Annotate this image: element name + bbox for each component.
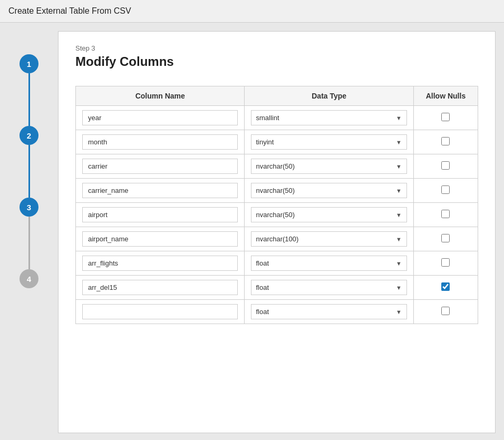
step-connector-3-4	[28, 217, 30, 269]
table-row: smallinttinyintintbigintfloatrealdecimal…	[76, 179, 478, 203]
content-area: Step 3 Modify Columns Column Name Data T…	[58, 31, 496, 433]
step-item-3: 3	[20, 198, 38, 217]
columns-table: Column Name Data Type Allow Nulls smalli…	[75, 86, 478, 324]
data-type-select[interactable]: smallinttinyintintbigintfloatrealdecimal…	[251, 231, 406, 247]
table-row: smallinttinyintintbigintfloatrealdecimal…	[76, 203, 478, 227]
data-type-select[interactable]: smallinttinyintintbigintfloatrealdecimal…	[251, 256, 406, 271]
step-item-2: 2	[20, 126, 38, 145]
data-type-select[interactable]: smallinttinyintintbigintfloatrealdecimal…	[251, 304, 406, 319]
data-type-select[interactable]: smallinttinyintintbigintfloatrealdecimal…	[251, 183, 406, 198]
header-column-name: Column Name	[76, 86, 245, 106]
header-data-type: Data Type	[245, 86, 413, 106]
table-row: smallinttinyintintbigintfloatrealdecimal…	[76, 276, 478, 300]
allow-nulls-checkbox[interactable]	[441, 161, 450, 170]
allow-nulls-checkbox[interactable]	[441, 185, 450, 194]
step-label: Step 3	[75, 44, 478, 52]
table-row: smallinttinyintintbigintfloatrealdecimal…	[76, 227, 478, 251]
table-row: smallinttinyintintbigintfloatrealdecimal…	[76, 106, 478, 130]
step-item-4: 4	[20, 269, 38, 288]
step-circle-1[interactable]: 1	[20, 54, 38, 73]
data-type-select[interactable]: smallinttinyintintbigintfloatrealdecimal…	[251, 280, 406, 295]
step-circle-2[interactable]: 2	[20, 126, 38, 145]
column-name-input[interactable]	[82, 159, 238, 174]
column-name-input[interactable]	[82, 280, 238, 295]
title-text: Create External Table From CSV	[8, 6, 131, 15]
column-name-input[interactable]	[82, 183, 238, 198]
allow-nulls-checkbox[interactable]	[441, 234, 450, 242]
data-type-select[interactable]: smallinttinyintintbigintfloatrealdecimal…	[251, 110, 406, 125]
step-item-1: 1	[20, 54, 38, 73]
allow-nulls-checkbox[interactable]	[441, 137, 450, 145]
table-header-row: Column Name Data Type Allow Nulls	[76, 86, 478, 106]
table-row: smallinttinyintintbigintfloatrealdecimal…	[76, 251, 478, 276]
allow-nulls-checkbox[interactable]	[441, 282, 450, 291]
allow-nulls-checkbox[interactable]	[441, 258, 450, 267]
main-layout: 1 2 3 4 Step 3 Modify Columns Column Nam…	[0, 23, 504, 440]
data-type-select[interactable]: smallinttinyintintbigintfloatrealdecimal…	[251, 159, 406, 174]
data-type-select[interactable]: smallinttinyintintbigintfloatrealdecimal…	[251, 134, 406, 150]
column-name-input[interactable]	[82, 256, 238, 271]
column-name-input[interactable]	[82, 231, 238, 247]
page-title: Modify Columns	[75, 54, 478, 69]
data-type-select[interactable]: smallinttinyintintbigintfloatrealdecimal…	[251, 207, 406, 222]
column-name-input[interactable]	[82, 134, 238, 150]
table-row: smallinttinyintintbigintfloatrealdecimal…	[76, 300, 478, 324]
header-allow-nulls: Allow Nulls	[413, 86, 478, 106]
step-connector-1-2	[28, 73, 30, 126]
step-circle-3[interactable]: 3	[20, 198, 38, 217]
title-bar: Create External Table From CSV	[0, 0, 504, 23]
table-row: smallinttinyintintbigintfloatrealdecimal…	[76, 154, 478, 179]
column-name-input[interactable]	[82, 110, 238, 125]
step-circle-4[interactable]: 4	[20, 269, 38, 288]
column-name-input[interactable]	[82, 207, 238, 222]
sidebar: 1 2 3 4	[0, 23, 58, 440]
step-connector-2-3	[28, 145, 30, 198]
column-name-input[interactable]	[82, 304, 238, 319]
allow-nulls-checkbox[interactable]	[441, 210, 450, 218]
table-row: smallinttinyintintbigintfloatrealdecimal…	[76, 130, 478, 154]
allow-nulls-checkbox[interactable]	[441, 113, 450, 121]
allow-nulls-checkbox[interactable]	[441, 307, 450, 315]
